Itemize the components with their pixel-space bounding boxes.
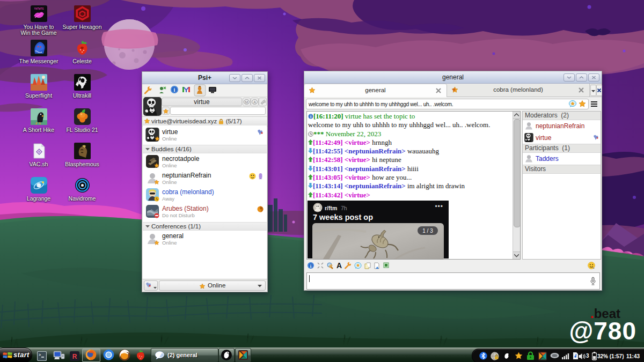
- svg-text:1 / 3: 1 / 3: [422, 228, 433, 234]
- svg-text:A: A: [253, 100, 256, 104]
- svg-text:M: M: [245, 100, 248, 104]
- svg-text:i: i: [174, 87, 175, 93]
- svg-text:R: R: [72, 353, 77, 360]
- svg-text:YHTWTG: YHTWTG: [34, 8, 43, 11]
- svg-text:>: >: [39, 353, 41, 357]
- svg-text:A: A: [336, 261, 342, 270]
